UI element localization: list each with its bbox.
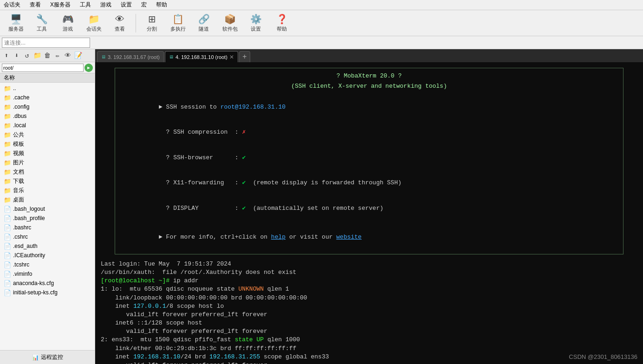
file-icon: 📄 — [4, 261, 11, 268]
toolbar-settings-label: 设置 — [251, 26, 261, 32]
toolbar-help-label: 帮助 — [277, 26, 287, 32]
menu-item-xserver[interactable]: X服务器 — [48, 0, 72, 10]
file-item[interactable]: 📁公共 — [0, 130, 95, 139]
file-item[interactable]: 📁模板 — [0, 139, 95, 149]
sidebar-btn-delete[interactable]: 🗑 — [43, 51, 52, 60]
tools-icon: 🔧 — [36, 13, 48, 25]
sidebar: ⬆ ⬇ ↺ 📁 🗑 ✏ 👁 📝 ▶ 名称 📁..📁.cache📁.config📁… — [0, 49, 95, 364]
file-item[interactable]: 📄initial-setup-ks.cfg — [0, 288, 95, 297]
info-help-link[interactable]: help — [271, 234, 286, 240]
quick-connect-input[interactable] — [2, 38, 90, 48]
sidebar-path-input[interactable] — [2, 64, 84, 72]
file-name: .bash_profile — [13, 215, 45, 221]
file-item[interactable]: 📁文档 — [0, 167, 95, 176]
toolbar-tools[interactable]: 🔧 工具 — [30, 12, 54, 34]
file-item[interactable]: 📄.bash_logout — [0, 204, 95, 214]
file-item[interactable]: 📁.. — [0, 84, 95, 93]
file-item[interactable]: 📄.bashrc — [0, 223, 95, 232]
file-item[interactable]: 📄.ICEauthority — [0, 251, 95, 260]
toolbar-packages-label: 软件包 — [222, 26, 238, 32]
file-name: .cache — [13, 94, 29, 101]
file-name: .bash_logout — [13, 206, 45, 212]
file-name: .tcshrc — [13, 261, 29, 268]
sidebar-remote-monitor[interactable]: 📊 远程监控 — [0, 350, 95, 364]
file-icon: 📁 — [4, 178, 11, 185]
tab-bar: 🖥 3. 192.168.31.67 (root) 🖥 4. 192.168.3… — [95, 49, 643, 62]
info-subtitle: (SSH client, X-server and networking too… — [123, 82, 616, 91]
file-icon: 📄 — [4, 252, 11, 259]
sidebar-path-go-button[interactable]: ▶ — [84, 64, 93, 72]
menu-item-help[interactable]: 帮助 — [154, 0, 169, 10]
toolbar-help[interactable]: ❓ 帮助 — [270, 12, 294, 34]
file-item[interactable]: 📄.esd_auth — [0, 241, 95, 251]
menu-item-games[interactable]: 游戏 — [98, 0, 113, 10]
file-icon: 📄 — [4, 289, 11, 296]
sessions-icon: 📁 — [88, 13, 100, 25]
toolbar-games-label: 游戏 — [63, 26, 73, 32]
sidebar-btn-refresh[interactable]: ↺ — [22, 51, 32, 60]
terminal-area: 🖥 3. 192.168.31.67 (root) 🖥 4. 192.168.3… — [95, 49, 643, 364]
toolbar-split[interactable]: ⊞ 分割 — [140, 12, 164, 34]
file-item[interactable]: 📄.cshrc — [0, 232, 95, 241]
terminal-line: inet 127.0.0.1/8 scope host lo — [101, 302, 637, 311]
file-item[interactable]: 📁桌面 — [0, 195, 95, 204]
toolbar-packages[interactable]: 📦 软件包 — [218, 12, 242, 34]
file-item[interactable]: 📁.local — [0, 121, 95, 130]
file-icon: 📁 — [4, 122, 11, 129]
menu-item-tools[interactable]: 工具 — [78, 0, 93, 10]
info-ssh-line: ► SSH session to root@192.168.31.10 — [123, 94, 616, 120]
info-check-compression: ? SSH compression : ✗ — [123, 120, 616, 145]
toolbar: 🖥️ 服务器 🔧 工具 🎮 游戏 📁 会话夹 👁 查看 ⊞ 分割 📋 多执行 🔗… — [0, 10, 643, 36]
file-name: .. — [13, 85, 16, 91]
file-item[interactable]: 📄.viminfo — [0, 269, 95, 279]
file-item[interactable]: 📄.tcshrc — [0, 260, 95, 269]
file-item[interactable]: 📁.config — [0, 102, 95, 111]
file-icon: 📄 — [4, 271, 11, 278]
toolbar-settings[interactable]: ⚙️ 设置 — [244, 12, 268, 34]
file-item[interactable]: 📁下载 — [0, 176, 95, 186]
tab-4-icon: 🖥 — [169, 54, 174, 59]
terminal-content[interactable]: ? MobaXterm 20.0 ? (SSH client, X-server… — [95, 62, 643, 364]
multiexec-icon: 📋 — [172, 13, 184, 25]
menu-item-sessions[interactable]: 会话夹 — [2, 0, 22, 10]
toolbar-games[interactable]: 🎮 游戏 — [56, 12, 80, 34]
file-icon: 📄 — [4, 280, 11, 287]
file-item[interactable]: 📁.cache — [0, 93, 95, 102]
file-item[interactable]: 📄.bash_profile — [0, 214, 95, 223]
tab-session-3[interactable]: 🖥 3. 192.168.31.67 (root) — [97, 51, 164, 62]
toolbar-sessions[interactable]: 📁 会话夹 — [82, 12, 106, 34]
sidebar-btn-view[interactable]: 👁 — [63, 51, 72, 60]
toolbar-multiexec-label: 多执行 — [170, 26, 186, 32]
file-item[interactable]: 📄anaconda-ks.cfg — [0, 279, 95, 288]
toolbar-server[interactable]: 🖥️ 服务器 — [4, 12, 28, 34]
tab-session-4[interactable]: 🖥 4. 192.168.31.10 (root) ✕ — [165, 51, 238, 62]
tab-4-close[interactable]: ✕ — [229, 54, 234, 60]
toolbar-multiexec[interactable]: 📋 多执行 — [166, 12, 190, 34]
remote-monitor-label: 远程监控 — [41, 353, 63, 361]
file-item[interactable]: 📁图片 — [0, 158, 95, 167]
info-box: ? MobaXterm 20.0 ? (SSH client, X-server… — [115, 68, 624, 254]
sidebar-btn-download[interactable]: ⬇ — [12, 51, 21, 60]
tab-new-button[interactable]: + — [239, 51, 250, 62]
sidebar-btn-rename[interactable]: ✏ — [53, 51, 62, 60]
terminal-line: valid_lft forever preferred_lft forever — [101, 361, 637, 364]
info-website-link[interactable]: website — [336, 234, 362, 240]
menu-item-settings[interactable]: 设置 — [119, 0, 134, 10]
file-item[interactable]: 📁音乐 — [0, 186, 95, 195]
sidebar-files: 📁..📁.cache📁.config📁.dbus📁.local📁公共📁模板📁视频… — [0, 83, 95, 350]
toolbar-tunnel[interactable]: 🔗 隧道 — [192, 12, 216, 34]
file-item[interactable]: 📁视频 — [0, 149, 95, 158]
monitor-icon: 📊 — [32, 354, 39, 361]
sidebar-btn-newdir[interactable]: 📁 — [32, 51, 42, 60]
terminal-line: link/loopback 00:00:00:00:00:00 brd 00:0… — [101, 294, 637, 302]
toolbar-view[interactable]: 👁 查看 — [108, 12, 132, 34]
file-name: .bashrc — [13, 224, 31, 231]
menu-item-macro[interactable]: 宏 — [139, 0, 149, 10]
menu-item-view[interactable]: 查看 — [28, 0, 43, 10]
sidebar-btn-upload[interactable]: ⬆ — [2, 51, 11, 60]
sidebar-btn-edit[interactable]: 📝 — [73, 51, 83, 60]
tab-3-label: 3. 192.168.31.67 (root) — [108, 54, 160, 60]
file-item[interactable]: 📁.dbus — [0, 111, 95, 121]
sidebar-path-bar: ▶ — [0, 62, 95, 73]
terminal-lines: Last login: Tue May 7 19:51:37 2024/usr/… — [101, 260, 637, 364]
